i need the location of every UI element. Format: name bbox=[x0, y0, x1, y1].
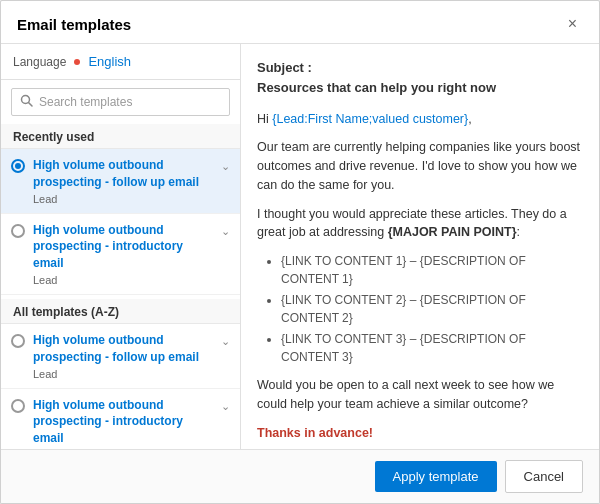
search-icon bbox=[20, 94, 33, 110]
template-info: High volume outbound prospecting - follo… bbox=[33, 157, 213, 205]
left-panel: Language English Recently used bbox=[1, 44, 241, 449]
radio-button[interactable] bbox=[11, 399, 25, 413]
list-item: {LINK TO CONTENT 3} – {DESCRIPTION OF CO… bbox=[281, 330, 583, 366]
email-para1: Our team are currently helping companies… bbox=[257, 138, 583, 194]
subject-value: Resources that can help you right now bbox=[257, 80, 496, 95]
subject-label: Subject : bbox=[257, 60, 312, 75]
chevron-down-icon[interactable]: ⌄ bbox=[221, 225, 230, 238]
template-item[interactable]: High volume outbound prospecting - intro… bbox=[1, 389, 240, 449]
recently-used-section-header: Recently used bbox=[1, 124, 240, 149]
personalization-first-name: {Lead:First Name;valued customer} bbox=[272, 112, 468, 126]
dialog-title: Email templates bbox=[17, 16, 131, 33]
email-para3: Would you be open to a call next week to… bbox=[257, 376, 583, 414]
template-name: High volume outbound prospecting - follo… bbox=[33, 157, 213, 191]
radio-button-selected[interactable] bbox=[11, 159, 25, 173]
radio-button[interactable] bbox=[11, 224, 25, 238]
email-links-list: {LINK TO CONTENT 1} – {DESCRIPTION OF CO… bbox=[281, 252, 583, 366]
radio-button[interactable] bbox=[11, 334, 25, 348]
close-icon: × bbox=[568, 15, 577, 33]
dialog-footer: Apply template Cancel bbox=[1, 449, 599, 503]
svg-line-1 bbox=[29, 103, 33, 107]
language-value[interactable]: English bbox=[88, 54, 131, 69]
email-para2: I thought you would appreciate these art… bbox=[257, 205, 583, 243]
template-info: High volume outbound prospecting - follo… bbox=[33, 332, 213, 380]
language-row: Language English bbox=[1, 44, 240, 80]
list-item: {LINK TO CONTENT 1} – {DESCRIPTION OF CO… bbox=[281, 252, 583, 288]
chevron-down-icon[interactable]: ⌄ bbox=[221, 160, 230, 173]
template-item[interactable]: High volume outbound prospecting - intro… bbox=[1, 214, 240, 295]
template-item[interactable]: High volume outbound prospecting - follo… bbox=[1, 324, 240, 389]
dialog-header: Email templates × bbox=[1, 1, 599, 44]
search-input[interactable] bbox=[39, 95, 221, 109]
subject-section: Subject : Resources that can help you ri… bbox=[257, 58, 583, 98]
right-panel: Subject : Resources that can help you ri… bbox=[241, 44, 599, 449]
email-templates-dialog: Email templates × Language English bbox=[0, 0, 600, 504]
email-body: Hi {Lead:First Name;valued customer}, Ou… bbox=[257, 110, 583, 450]
template-info: High volume outbound prospecting - intro… bbox=[33, 397, 213, 449]
email-thanks: Thanks in advance! bbox=[257, 424, 583, 443]
template-item[interactable]: High volume outbound prospecting - follo… bbox=[1, 149, 240, 214]
close-button[interactable]: × bbox=[562, 13, 583, 35]
template-list: Recently used High volume outbound prosp… bbox=[1, 124, 240, 449]
language-required-dot bbox=[74, 59, 80, 65]
apply-template-button[interactable]: Apply template bbox=[375, 461, 497, 492]
template-name: High volume outbound prospecting - intro… bbox=[33, 397, 213, 447]
template-name: High volume outbound prospecting - follo… bbox=[33, 332, 213, 366]
template-type: Lead bbox=[33, 193, 213, 205]
template-type: Lead bbox=[33, 274, 213, 286]
email-greeting: Hi {Lead:First Name;valued customer}, bbox=[257, 110, 583, 129]
language-label: Language bbox=[13, 55, 66, 69]
dialog-body: Language English Recently used bbox=[1, 44, 599, 449]
search-box bbox=[11, 88, 230, 116]
cancel-button[interactable]: Cancel bbox=[505, 460, 583, 493]
list-item: {LINK TO CONTENT 2} – {DESCRIPTION OF CO… bbox=[281, 291, 583, 327]
template-type: Lead bbox=[33, 368, 213, 380]
template-info: High volume outbound prospecting - intro… bbox=[33, 222, 213, 286]
chevron-down-icon[interactable]: ⌄ bbox=[221, 335, 230, 348]
thanks-text: Thanks in advance! bbox=[257, 426, 373, 440]
all-templates-section-header: All templates (A-Z) bbox=[1, 299, 240, 324]
template-name: High volume outbound prospecting - intro… bbox=[33, 222, 213, 272]
chevron-down-icon[interactable]: ⌄ bbox=[221, 400, 230, 413]
